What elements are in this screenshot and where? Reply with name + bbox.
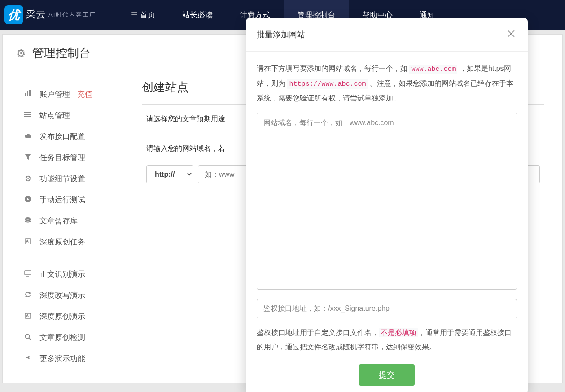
auth-url-input[interactable] (257, 299, 517, 318)
close-icon (507, 30, 515, 38)
svg-rect-9 (25, 271, 31, 275)
logo[interactable]: 优 采云 AI时代内容工厂 (4, 5, 96, 24)
svg-rect-2 (29, 90, 31, 96)
edit-icon (23, 312, 32, 321)
sidebar-label: 深度原创演示 (39, 311, 85, 322)
modal-body: 请在下方填写要添加的网站域名，每行一个，如 www.abc.com ，如果是ht… (246, 52, 528, 364)
nav-label: 站长必读 (182, 10, 213, 20)
svg-line-13 (29, 338, 31, 340)
logo-text: 采云 (26, 8, 46, 22)
logo-icon: 优 (4, 5, 23, 24)
play-icon (23, 196, 32, 205)
sidebar-item-sites[interactable]: 站点管理 (16, 105, 128, 126)
modal-note: 鉴权接口地址用于自定义接口文件名，不是必填项，通常用于需要通用鉴权接口的用户，通… (257, 326, 517, 354)
sidebar-item-demo-original[interactable]: 深度原创演示 (16, 306, 128, 327)
sidebar-divider (23, 258, 121, 258)
sidebar-item-publish[interactable]: 发布接口配置 (16, 126, 128, 147)
domains-textarea[interactable] (257, 113, 517, 290)
page-title: 管理控制台 (32, 45, 91, 61)
close-button[interactable] (505, 27, 517, 42)
sidebar-label: 文章原创检测 (39, 332, 85, 343)
sidebar-item-storage[interactable]: 文章暂存库 (16, 210, 128, 231)
sidebar-label: 站点管理 (39, 110, 70, 121)
database-icon (23, 217, 32, 226)
sidebar-label: 任务目标管理 (39, 152, 85, 163)
logo-subtitle: AI时代内容工厂 (48, 11, 96, 19)
sidebar-label: 正文识别演示 (39, 269, 85, 279)
nav-master[interactable]: 站长必读 (169, 0, 226, 30)
chart-icon (23, 90, 32, 99)
nav-label: 首页 (140, 10, 155, 20)
sidebar-label: 账户管理 (39, 89, 70, 100)
sidebar-item-demo-rewrite[interactable]: 深度改写演示 (16, 285, 128, 306)
monitor-icon (23, 270, 32, 279)
sidebar-label: 更多演示功能 (39, 353, 85, 364)
refresh-icon (23, 291, 32, 300)
code-sample: www.abc.com (409, 65, 457, 74)
list-icon: ☰ (131, 11, 137, 19)
sidebar-item-tasks[interactable]: 任务目标管理 (16, 147, 128, 168)
sidebar-item-demo-extract[interactable]: 正文识别演示 (16, 264, 128, 285)
modal-title: 批量添加网站 (257, 29, 305, 40)
batch-add-modal: 批量添加网站 请在下方填写要添加的网站域名，每行一个，如 www.abc.com… (246, 18, 528, 392)
svg-point-12 (26, 334, 30, 338)
sidebar-item-deep-task[interactable]: 深度原创任务 (16, 231, 128, 253)
edit-icon (23, 238, 32, 247)
modal-header: 批量添加网站 (246, 18, 528, 52)
modal-description: 请在下方填写要添加的网站域名，每行一个，如 www.abc.com ，如果是ht… (257, 61, 517, 105)
svg-point-7 (25, 217, 31, 219)
sidebar-item-manual[interactable]: 手动运行测试 (16, 189, 128, 210)
sidebar-label: 发布接口配置 (39, 131, 85, 142)
filter-icon (23, 153, 32, 162)
sidebar-label: 手动运行测试 (39, 195, 85, 205)
gears-icon: ⚙ (23, 174, 32, 183)
nav-home[interactable]: ☰ 首页 (118, 0, 169, 30)
cloud-icon (23, 132, 32, 141)
gear-icon: ⚙ (16, 47, 26, 60)
submit-button[interactable]: 提交 (359, 364, 415, 386)
search-icon (23, 333, 32, 342)
share-icon (23, 354, 32, 363)
sidebar-label: 功能细节设置 (39, 174, 85, 184)
sidebar-label: 文章暂存库 (39, 216, 78, 226)
list-rows-icon (23, 111, 32, 120)
sidebar-item-demo-check[interactable]: 文章原创检测 (16, 327, 128, 348)
svg-rect-1 (27, 91, 28, 96)
svg-rect-0 (25, 93, 26, 96)
modal-footer: 提交 (246, 364, 528, 392)
code-sample: https://www.abc.com (287, 79, 368, 89)
recharge-badge: 充值 (77, 89, 92, 100)
sidebar: 账户管理 充值 站点管理 发布接口配置 任务目标管理 (12, 75, 133, 378)
sidebar-label: 深度原创任务 (39, 237, 85, 247)
scheme-select[interactable]: http:// (146, 165, 193, 183)
sidebar-item-account[interactable]: 账户管理 充值 (16, 84, 128, 105)
sidebar-item-demo-more[interactable]: 更多演示功能 (16, 348, 128, 369)
not-required-badge: 不是必填项 (379, 328, 418, 337)
sidebar-label: 深度改写演示 (39, 290, 85, 301)
sidebar-item-settings[interactable]: ⚙ 功能细节设置 (16, 168, 128, 189)
